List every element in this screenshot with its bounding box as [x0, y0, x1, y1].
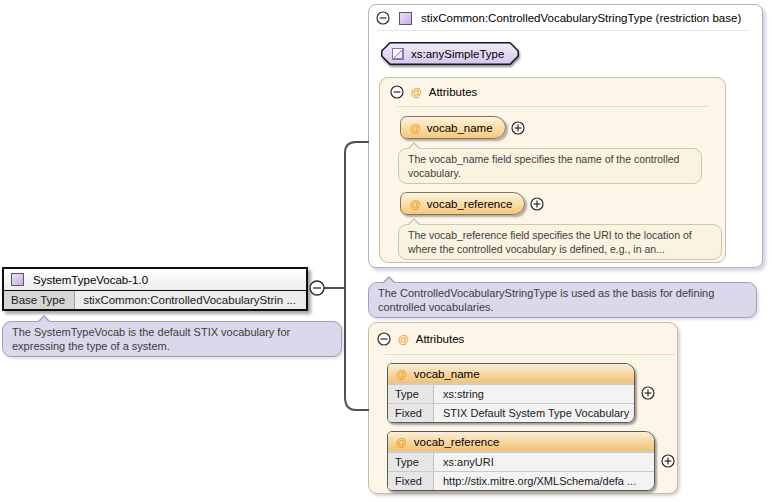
expand-icon[interactable]: [511, 121, 525, 135]
table-title: vocab_reference: [414, 436, 500, 448]
collapse-icon[interactable]: [376, 11, 390, 25]
base-type-panel-title: stixCommon:ControlledVocabularyStringTyp…: [421, 12, 741, 24]
tooltip-pointer: [37, 315, 51, 322]
complex-type-icon: [11, 273, 24, 286]
table-header: @ vocab_reference: [388, 432, 654, 452]
table-title: vocab_name: [414, 368, 480, 380]
attributes-title: Attributes: [429, 86, 478, 98]
any-simple-type-badge[interactable]: xs:anySimpleType: [381, 42, 519, 65]
attributes-panel-bottom: @ Attributes @ vocab_name Type xs:string…: [368, 322, 678, 494]
separator: [385, 354, 675, 355]
attributes-title: Attributes: [416, 333, 465, 345]
row-label: Fixed: [388, 404, 434, 422]
table-row: Fixed http://stix.mitre.org/XMLSchema/de…: [388, 471, 654, 490]
element-header[interactable]: SystemTypeVocab-1.0: [4, 269, 306, 291]
tooltip-pointer: [407, 218, 421, 225]
row-label: Fixed: [388, 472, 434, 490]
attribute-at-icon: @: [398, 333, 409, 345]
collapse-icon[interactable]: [390, 85, 404, 99]
table-header: @ vocab_name: [388, 364, 634, 384]
row-label: Type: [388, 453, 434, 471]
base-type-annotation: The ControlledVocabularyStringType is us…: [368, 282, 757, 318]
vocab-name-table: @ vocab_name Type xs:string Fixed STIX D…: [387, 363, 635, 423]
attributes-header: @ Attributes: [369, 323, 677, 346]
collapse-icon[interactable]: [377, 332, 391, 346]
attribute-vocab-reference: @ vocab_reference: [400, 192, 544, 215]
element-box-systemtypevocab[interactable]: SystemTypeVocab-1.0 Base Type stixCommon…: [2, 267, 308, 311]
base-type-annotation-text: The ControlledVocabularyStringType is us…: [378, 287, 714, 313]
schema-diagram: SystemTypeVocab-1.0 Base Type stixCommon…: [0, 0, 772, 502]
base-type-label: Base Type: [4, 291, 75, 309]
attribute-at-icon: @: [410, 198, 421, 210]
vocab-name-label: vocab_name: [427, 122, 493, 134]
attributes-header: @ Attributes: [380, 78, 725, 99]
vocab-reference-annotation-text: The vocab_reference field specifies the …: [408, 229, 692, 255]
vocab-reference-annotation: The vocab_reference field specifies the …: [398, 224, 722, 260]
vocab-name-table-row: @ vocab_name Type xs:string Fixed STIX D…: [387, 363, 655, 423]
base-type-row: Base Type stixCommon:ControlledVocabular…: [4, 291, 306, 309]
badge-label: xs:anySimpleType: [411, 48, 504, 60]
row-value: http://stix.mitre.org/XMLSchema/defa ...: [434, 472, 654, 490]
base-type-panel-header: stixCommon:ControlledVocabularyStringTyp…: [369, 5, 762, 25]
element-annotation-text: The SystemTypeVocab is the default STIX …: [12, 326, 290, 352]
expand-icon[interactable]: [661, 454, 675, 468]
row-label: Type: [388, 385, 434, 403]
expand-icon[interactable]: [641, 386, 655, 400]
row-value: xs:string: [434, 385, 634, 403]
element-title: SystemTypeVocab-1.0: [33, 274, 148, 286]
collapse-connector-toggle: [310, 281, 324, 295]
attribute-at-icon: @: [396, 368, 407, 380]
base-type-value: stixCommon:ControlledVocabularyStrin ...: [75, 291, 306, 309]
vocab-reference-table-row: @ vocab_reference Type xs:anyURI Fixed h…: [387, 431, 675, 491]
attribute-at-icon: @: [410, 122, 421, 134]
vocab-reference-label: vocab_reference: [427, 198, 513, 210]
table-row: Type xs:anyURI: [388, 452, 654, 471]
attribute-at-icon: @: [411, 86, 422, 98]
vocab-name-annotation-text: The vocab_name field specifies the name …: [408, 153, 679, 179]
vocab-name-annotation: The vocab_name field specifies the name …: [398, 148, 702, 184]
vocab-reference-tag[interactable]: @ vocab_reference: [400, 192, 525, 215]
base-type-panel: stixCommon:ControlledVocabularyStringTyp…: [368, 4, 763, 268]
table-row: Fixed STIX Default System Type Vocabular…: [388, 403, 634, 422]
table-row: Type xs:string: [388, 384, 634, 403]
row-value: STIX Default System Type Vocabulary: [434, 404, 634, 422]
tooltip-pointer: [382, 276, 396, 283]
tooltip-pointer: [407, 142, 421, 149]
complex-type-icon: [399, 12, 412, 25]
attribute-at-icon: @: [396, 436, 407, 448]
vocab-name-tag[interactable]: @ vocab_name: [400, 116, 506, 139]
attributes-section-top: @ Attributes @ vocab_name The vocab_name…: [379, 77, 726, 263]
expand-icon[interactable]: [530, 197, 544, 211]
attribute-vocab-name: @ vocab_name: [400, 116, 525, 139]
vocab-reference-table: @ vocab_reference Type xs:anyURI Fixed h…: [387, 431, 655, 491]
element-annotation: The SystemTypeVocab is the default STIX …: [2, 321, 342, 357]
separator: [398, 106, 708, 107]
header-separator: [377, 30, 749, 31]
row-value: xs:anyURI: [434, 453, 654, 471]
simple-type-icon: [392, 48, 404, 60]
